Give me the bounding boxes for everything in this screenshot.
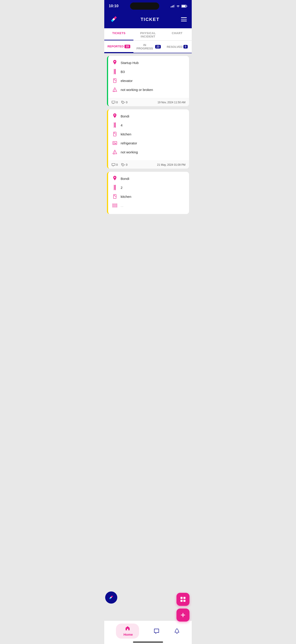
svg-point-18: [114, 92, 114, 92]
ticket-asset: refrigerator: [121, 141, 137, 145]
svg-rect-24: [114, 125, 116, 126]
comment-stat: 0: [112, 100, 118, 104]
sub-tab-bar: REPORTED 15 IN PROGRESS 23 RESOLVED 0: [104, 41, 192, 53]
svg-rect-23: [114, 124, 116, 124]
ticket-issue: not working or broken: [121, 88, 153, 92]
ticket-footer: 0 0 19 Nov, 2024 11:50 AM: [108, 98, 189, 106]
ticket-asset: ...: [121, 204, 124, 208]
ticket-floor: B3: [121, 70, 125, 74]
svg-rect-9: [114, 70, 116, 70]
asset-icon: [112, 202, 118, 208]
reported-badge: 15: [125, 45, 130, 48]
ticket-asset-row: refrigerator: [112, 140, 185, 146]
ticket-body: Bondi 4: [108, 109, 189, 160]
floor-icon: [112, 184, 118, 191]
tab-physical-incident[interactable]: PHYSICAL INCIDENT: [134, 28, 162, 40]
svg-rect-41: [114, 188, 116, 188]
status-icons: [171, 4, 187, 8]
ticket-area: kitchen: [121, 132, 132, 136]
signal-icon: [171, 5, 175, 8]
ticket-location-row: Bondi: [112, 175, 185, 182]
ticket-asset-row: ...: [112, 202, 185, 208]
floor-icon: [112, 68, 118, 75]
comment-stat: 0: [112, 163, 118, 166]
ticket-area: elevator: [121, 79, 133, 83]
svg-rect-0: [171, 6, 171, 8]
header-title: TICKET: [141, 17, 159, 22]
ticket-floor-row: 2: [112, 184, 185, 191]
area-icon: [112, 193, 118, 200]
tickets-list: Startup Hub B3: [104, 56, 192, 236]
svg-rect-14: [114, 79, 115, 80]
svg-rect-3: [174, 5, 175, 8]
status-time: 10:10: [109, 4, 118, 8]
svg-point-35: [114, 154, 114, 154]
svg-rect-27: [114, 133, 115, 134]
svg-rect-48: [113, 206, 117, 207]
ticket-area-row: kitchen: [112, 193, 185, 200]
ticket-area: kitchen: [121, 195, 132, 198]
location-icon: [112, 175, 118, 182]
svg-rect-22: [114, 123, 116, 124]
ticket-area-row: elevator: [112, 78, 185, 84]
menu-icon[interactable]: [181, 17, 187, 21]
ticket-issue-row: not working or broken: [112, 86, 185, 93]
tab-chart[interactable]: CHART: [162, 28, 192, 40]
tag-stat: 0: [121, 163, 127, 166]
ticket-location-row: Bondi: [112, 113, 185, 119]
ticket-floor-row: B3: [112, 68, 185, 75]
sub-tab-reported[interactable]: REPORTED 15: [104, 41, 134, 53]
ticket-card[interactable]: Bondi 2: [107, 172, 189, 214]
svg-rect-5: [182, 5, 185, 7]
svg-point-15: [116, 80, 116, 81]
location-icon: [112, 60, 118, 66]
status-bar: 10:10: [104, 0, 192, 11]
wifi-icon: [176, 4, 180, 8]
ticket-body: Startup Hub B3: [108, 56, 189, 98]
floor-icon: [112, 122, 118, 128]
ticket-card[interactable]: Bondi 4: [107, 109, 189, 169]
app-logo[interactable]: [109, 14, 119, 24]
ticket-floor: 4: [121, 123, 123, 127]
svg-rect-40: [114, 186, 116, 187]
sub-tab-inprogress[interactable]: IN PROGRESS 23: [134, 41, 162, 53]
svg-rect-29: [113, 142, 117, 144]
svg-rect-39: [114, 186, 116, 186]
ticket-location: Bondi: [121, 114, 129, 118]
ticket-issue: not working: [121, 150, 138, 154]
asset-icon: [112, 140, 118, 146]
svg-point-36: [122, 164, 123, 164]
svg-rect-32: [115, 144, 116, 144]
ticket-date: 21 May, 2024 01:09 PM: [157, 163, 185, 166]
svg-rect-42: [114, 189, 116, 189]
area-icon: [112, 78, 118, 84]
ticket-card[interactable]: Startup Hub B3: [107, 56, 189, 106]
ticket-stats: 0 0: [112, 100, 127, 104]
ticket-issue-row: not working: [112, 149, 185, 155]
ticket-location: Bondi: [121, 177, 129, 180]
svg-rect-10: [114, 71, 116, 71]
area-icon: [112, 131, 118, 137]
svg-rect-46: [113, 204, 117, 204]
sub-tab-resolved[interactable]: RESOLVED 0: [162, 41, 192, 53]
svg-point-19: [122, 102, 123, 102]
inprogress-badge: 23: [155, 45, 161, 48]
svg-rect-11: [114, 72, 116, 72]
ticket-floor-row: 4: [112, 122, 185, 128]
ticket-date: 19 Nov, 2024 11:50 AM: [157, 101, 185, 104]
ticket-location-row: Startup Hub: [112, 60, 185, 66]
issue-icon: [112, 86, 118, 93]
tab-tickets[interactable]: TICKETS: [104, 28, 134, 40]
status-notch: [130, 2, 159, 10]
svg-rect-30: [114, 142, 115, 144]
resolved-badge: 0: [183, 45, 188, 48]
ticket-stats: 0 0: [112, 163, 127, 166]
app-header: TICKET: [104, 11, 192, 28]
svg-rect-1: [172, 6, 172, 8]
battery-icon: [181, 5, 187, 8]
svg-rect-12: [114, 73, 116, 74]
svg-point-17: [115, 91, 115, 91]
issue-icon: [112, 149, 118, 155]
location-icon: [112, 113, 118, 119]
svg-point-34: [115, 153, 115, 154]
